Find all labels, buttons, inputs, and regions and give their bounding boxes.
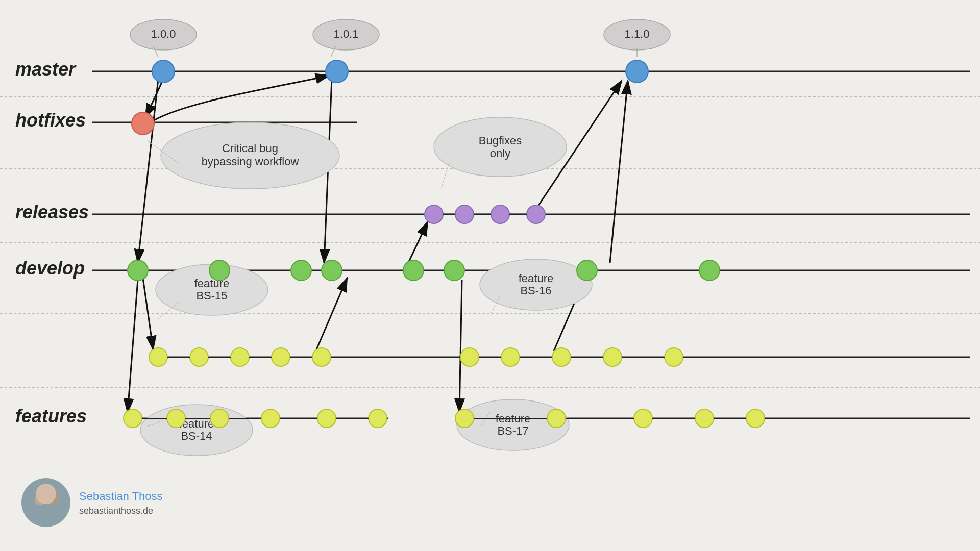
node-feat2-8 — [547, 409, 566, 428]
node-feat1-2 — [190, 348, 208, 366]
master-label: master — [15, 59, 77, 80]
features-label: features — [15, 406, 87, 427]
node-release-4 — [527, 205, 545, 223]
tag-110-text: 1.1.0 — [625, 28, 650, 40]
develop-label: develop — [15, 258, 85, 279]
node-feat2-9 — [634, 409, 652, 428]
arrow-develop-to-features3 — [459, 280, 462, 412]
node-master-101 — [326, 60, 348, 83]
node-feat1-1 — [149, 348, 167, 366]
node-develop-5 — [403, 260, 424, 281]
arrow-develop-to-master110 — [610, 81, 628, 263]
node-master-110 — [626, 60, 648, 83]
arrow-develop-to-features2 — [128, 280, 138, 412]
node-feat1-3 — [231, 348, 249, 366]
node-develop-1 — [128, 260, 148, 281]
node-master-100 — [152, 60, 175, 83]
avatar-face — [36, 484, 56, 504]
bubble-critical-line1: Critical bug — [222, 142, 278, 155]
node-develop-8 — [699, 260, 720, 281]
releases-label: releases — [15, 202, 89, 222]
arrow-master-to-develop — [138, 79, 158, 263]
bubble-bs15-line2: BS-15 — [196, 289, 227, 302]
node-feat1-9 — [603, 348, 622, 366]
hotfixes-label: hotfixes — [15, 110, 86, 131]
bubble-bs14-line2: BS-14 — [181, 430, 212, 442]
node-release-1 — [425, 205, 443, 223]
tag-101-text: 1.0.1 — [334, 28, 359, 40]
node-feat1-4 — [272, 348, 290, 366]
node-feat1-7 — [501, 348, 520, 366]
diagram: master hotfixes releases develop feature… — [0, 0, 980, 551]
node-develop-4 — [322, 260, 342, 281]
author-site: sebastianthoss.de — [79, 506, 153, 516]
node-develop-7 — [577, 260, 597, 281]
node-feat1-6 — [460, 348, 479, 366]
node-hotfix — [132, 112, 154, 135]
bubble-bs16-line2: BS-16 — [520, 284, 551, 297]
bubble-bs17-line2: BS-17 — [497, 424, 528, 437]
node-feat2-11 — [746, 409, 765, 428]
node-feat2-7 — [455, 409, 474, 428]
node-feat2-5 — [317, 409, 336, 428]
bubble-bs16-line1: feature — [519, 272, 554, 285]
node-feat2-4 — [261, 409, 280, 428]
node-feat2-6 — [369, 409, 387, 428]
bubble-critical-line2: bypassing workflow — [202, 155, 299, 168]
node-feat2-1 — [124, 409, 142, 428]
node-feat1-10 — [665, 348, 683, 366]
bubble-bugfixes-line1: Bugfixes — [479, 134, 522, 147]
tag-100-text: 1.0.0 — [151, 28, 176, 40]
node-feat2-10 — [695, 409, 714, 428]
bubble-bugfixes-line2: only — [490, 147, 510, 160]
node-release-2 — [455, 205, 474, 223]
author-name: Sebastian Thoss — [79, 490, 162, 503]
bubble-bugfixes-tail — [442, 163, 449, 188]
node-feat2-2 — [167, 409, 185, 428]
node-develop-6 — [444, 260, 464, 281]
node-release-3 — [491, 205, 509, 223]
node-develop-2 — [209, 260, 230, 281]
node-develop-3 — [291, 260, 311, 281]
node-feat1-5 — [312, 348, 331, 366]
arrow-hotfix-to-master101 — [148, 76, 329, 124]
node-feat1-8 — [552, 348, 571, 366]
node-feat2-3 — [210, 409, 229, 428]
